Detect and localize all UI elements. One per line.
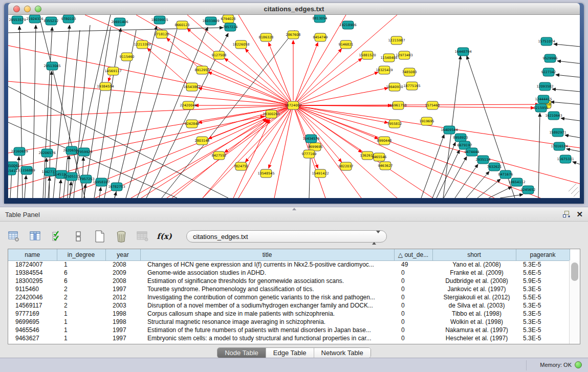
graph-node[interactable]: 9127508 — [212, 51, 227, 59]
graph-node[interactable]: 2803144 — [195, 137, 210, 145]
graph-node[interactable]: 8958923 — [453, 134, 468, 142]
graph-node[interactable]: 15751074 — [538, 37, 555, 46]
table-mode-button[interactable] — [7, 230, 20, 243]
column-header-year[interactable]: year — [105, 249, 140, 260]
graph-node[interactable]: 13548545 — [257, 169, 274, 178]
graph-node[interactable]: 14569117 — [104, 67, 121, 75]
graph-node[interactable]: 8471676 — [498, 170, 513, 179]
graph-node[interactable]: 20553579 — [9, 16, 26, 24]
table-row[interactable]: 946362711997Embryonic stem cells: a mode… — [8, 334, 570, 342]
graph-node[interactable]: 8355212 — [44, 17, 59, 25]
graph-node[interactable]: 6794028 — [221, 15, 236, 23]
import-table-button[interactable] — [136, 230, 149, 243]
deselect-rows-button[interactable] — [72, 230, 85, 243]
graph-node[interactable]: 9115460 — [120, 53, 135, 61]
column-header-in-degree[interactable]: in_degree — [57, 249, 105, 260]
graph-node[interactable]: 19218906 — [339, 21, 356, 29]
graph-node[interactable]: 15881520 — [359, 51, 376, 59]
graph-node[interactable]: 17016534 — [551, 142, 568, 150]
graph-node[interactable]: 9463627 — [378, 162, 393, 170]
graph-node[interactable]: 23160659 — [11, 147, 28, 156]
graph-node[interactable]: 18640910 — [386, 83, 403, 91]
graph-node[interactable]: 2718120 — [155, 30, 169, 38]
tab-network-table[interactable]: Network Table — [314, 348, 371, 358]
graph-node[interactable]: 16782753 — [108, 183, 125, 191]
function-builder-button[interactable]: f(x) — [158, 230, 171, 243]
table-row[interactable]: 911546021997Tourette syndrome. Phenomeno… — [8, 285, 570, 293]
table-row[interactable]: 969969511998Structural magnetic resonanc… — [8, 318, 570, 326]
graph-node[interactable]: 16409544 — [441, 126, 458, 134]
network-graph[interactable]: 1872400716961758186409101832541915881520… — [8, 15, 580, 198]
graph-node[interactable]: 9465546 — [372, 153, 387, 161]
select-rows-button[interactable] — [50, 230, 63, 243]
column-header-name[interactable]: name — [8, 249, 57, 260]
table-scrollbar[interactable] — [569, 260, 580, 344]
graph-node[interactable]: 8186328 — [259, 33, 274, 41]
graph-node[interactable]: 9780103 — [61, 15, 76, 23]
graph-node[interactable]: 8813054 — [313, 15, 328, 23]
create-column-button[interactable] — [93, 230, 106, 243]
graph-node[interactable]: 9227342 — [541, 68, 556, 76]
panel-resize-grip[interactable] — [292, 208, 296, 210]
table-scrollbar-thumb[interactable] — [571, 262, 578, 281]
graph-node[interactable]: 18775165 — [403, 82, 420, 90]
graph-node[interactable]: 12093582 — [536, 82, 553, 91]
delete-column-button[interactable] — [115, 230, 128, 243]
graph-node[interactable]: 8427552 — [212, 151, 227, 160]
graph-node[interactable]: 7485083 — [402, 68, 417, 76]
tab-node-table[interactable]: Node Table — [217, 348, 266, 358]
graph-node[interactable]: 7955812 — [387, 120, 402, 128]
graph-node[interactable]: 7824755 — [234, 162, 249, 170]
graph-node[interactable]: 10654112 — [508, 178, 525, 186]
table-row[interactable]: 1456911722003Disruption of a novel membe… — [8, 301, 570, 310]
graph-node[interactable]: 9242848 — [185, 120, 200, 128]
graph-node[interactable]: 16448794 — [454, 48, 471, 56]
graph-node[interactable]: 9822037 — [339, 162, 354, 170]
graph-node[interactable]: 16210643 — [545, 112, 562, 120]
graph-node[interactable]: 8660123 — [175, 21, 190, 29]
graph-node[interactable]: 8990448 — [377, 137, 392, 145]
graph-node[interactable]: 20691406 — [111, 18, 128, 26]
graph-node[interactable]: 1919695 — [420, 117, 434, 125]
table-row[interactable]: 2242004622012Investigating the contribut… — [8, 293, 570, 301]
graph-node[interactable]: 9529966 — [543, 54, 558, 62]
graph-node[interactable]: 9474444 — [465, 148, 480, 156]
graph-node[interactable]: 22420046 — [180, 101, 197, 110]
graph-node[interactable]: 8912955 — [195, 66, 210, 74]
graph-node[interactable]: 9245652 — [521, 186, 536, 194]
graph-node[interactable]: 8454749 — [313, 33, 328, 41]
graph-node[interactable]: 7632621 — [487, 163, 502, 171]
column-header-out-de-[interactable]: △ out_de... — [394, 249, 432, 260]
network-canvas[interactable]: 1872400716961758186409101832541915881520… — [8, 15, 580, 198]
graph-node[interactable]: 18039915 — [151, 16, 168, 24]
table-row[interactable]: 1830029562008Estimation of significance … — [8, 277, 570, 285]
graph-node[interactable]: 12215987 — [388, 36, 405, 45]
table-selector-dropdown[interactable]: citations_edges.txt — [186, 230, 387, 243]
graph-node[interactable]: 11156889 — [18, 166, 35, 174]
table-row[interactable]: 946554611997Estimation of the future num… — [8, 326, 570, 334]
graph-node[interactable]: 7857224 — [223, 23, 238, 31]
graph-node[interactable]: 18226058 — [232, 40, 249, 49]
graph-node[interactable]: 8215955 — [534, 104, 549, 112]
graph-node[interactable]: 9146821 — [339, 40, 354, 49]
graph-node[interactable]: 12973493 — [396, 51, 412, 59]
close-panel-button[interactable]: ✕ — [576, 210, 583, 218]
graph-node[interactable]: 2867608 — [286, 31, 301, 39]
column-header-short[interactable]: short — [432, 249, 516, 260]
column-header-pagerank[interactable]: pagerank — [516, 249, 570, 260]
graph-node[interactable]: 11548408 — [380, 54, 397, 62]
column-header-title[interactable]: title — [140, 249, 394, 260]
graph-node[interactable]: 12213399 — [134, 40, 150, 49]
show-columns-button[interactable] — [29, 230, 42, 243]
network-window-titlebar[interactable]: citations_edges.txt — [8, 3, 580, 15]
table-row[interactable]: 977716911998Corpus callosum shape and si… — [8, 310, 570, 318]
float-panel-button[interactable] — [563, 211, 570, 217]
graph-node[interactable]: 11675331 — [557, 155, 574, 163]
table-row[interactable]: 1872400712008Changes of HCN gene express… — [8, 260, 570, 269]
graph-node[interactable]: 20206576 — [38, 149, 55, 157]
graph-node[interactable]: 15491422 — [312, 169, 329, 178]
graph-node[interactable]: 20513045 — [43, 62, 60, 70]
graph-node[interactable]: 16033809 — [202, 17, 219, 25]
graph-node[interactable]: 16543862 — [183, 83, 200, 91]
graph-node[interactable]: 2935114 — [476, 156, 491, 164]
